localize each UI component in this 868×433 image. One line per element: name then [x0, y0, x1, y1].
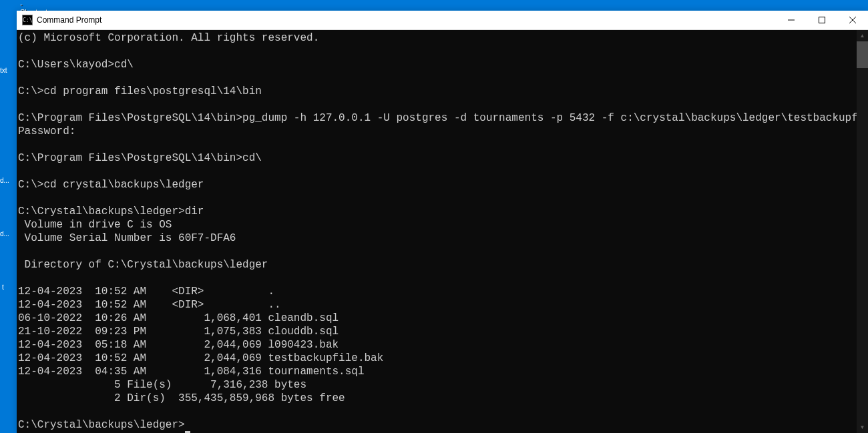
svg-rect-1	[819, 17, 825, 23]
desktop-icon-2[interactable]: d...	[0, 177, 9, 184]
close-button[interactable]	[837, 11, 868, 29]
terminal-output[interactable]: (c) Microsoft Corporation. All rights re…	[17, 30, 857, 433]
cmd-icon: C:\	[22, 15, 33, 25]
desktop-icon-txt[interactable]: txt	[0, 67, 7, 74]
maximize-button[interactable]	[807, 11, 837, 29]
desktop-icon-3[interactable]: d...	[0, 230, 9, 238]
scroll-down-arrow[interactable]: ▼	[857, 422, 868, 433]
window-controls	[776, 11, 868, 29]
desktop-icon-4[interactable]: t	[2, 284, 4, 291]
terminal-area[interactable]: (c) Microsoft Corporation. All rights re…	[17, 30, 868, 433]
window-titlebar[interactable]: C:\ Command Prompt	[17, 11, 868, 30]
minimize-button[interactable]	[776, 11, 807, 29]
desktop-icon-strip: - Shortcut txt d... d... t	[0, 0, 13, 433]
scroll-up-arrow[interactable]: ▲	[857, 30, 868, 41]
window-title: Command Prompt	[37, 15, 776, 25]
scrollbar[interactable]: ▲ ▼	[857, 30, 868, 433]
command-prompt-window: C:\ Command Prompt (c) Microsoft Corpora…	[17, 11, 868, 433]
scrollbar-thumb[interactable]	[857, 41, 868, 68]
